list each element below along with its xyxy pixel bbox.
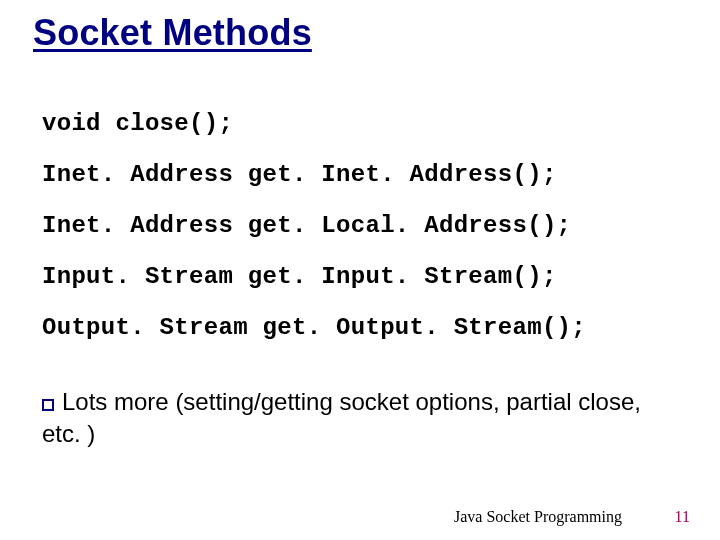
square-bullet-icon — [42, 399, 54, 411]
method-getlocaladdress: Inet. Address get. Local. Address(); — [42, 212, 662, 239]
method-getoutputstream: Output. Stream get. Output. Stream(); — [42, 314, 662, 341]
footer-title: Java Socket Programming — [454, 508, 622, 526]
slide: Socket Methods void close(); Inet. Addre… — [0, 0, 720, 540]
slide-title: Socket Methods — [33, 12, 312, 54]
methods-list: void close(); Inet. Address get. Inet. A… — [42, 110, 662, 365]
page-number: 11 — [675, 508, 690, 526]
note-text: Lots more (setting/getting socket option… — [42, 388, 641, 447]
note-line: Lots more (setting/getting socket option… — [42, 386, 652, 451]
method-getinetaddress: Inet. Address get. Inet. Address(); — [42, 161, 662, 188]
method-getinputstream: Input. Stream get. Input. Stream(); — [42, 263, 662, 290]
method-close: void close(); — [42, 110, 662, 137]
